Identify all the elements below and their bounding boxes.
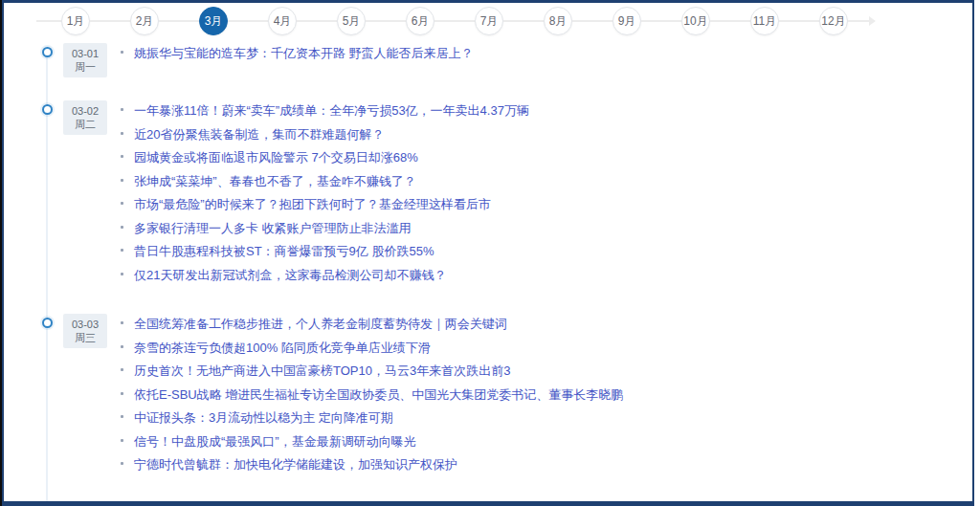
news-headline-link[interactable]: 多家银行清理一人多卡 收紧账户管理防止非法滥用 xyxy=(134,221,412,235)
month-tab-4[interactable]: 4月 xyxy=(268,7,297,35)
news-headline-link[interactable]: 一年暴涨11倍！蔚来“卖车”成绩单：全年净亏损53亿，一年卖出4.37万辆 xyxy=(134,103,529,118)
bullet-icon xyxy=(121,415,123,418)
month-connector xyxy=(572,20,612,22)
month-tab-5[interactable]: 5月 xyxy=(337,7,366,35)
bullet-icon xyxy=(121,439,123,442)
news-headline-link[interactable]: 近20省份聚焦装备制造，集而不群难题何解？ xyxy=(134,127,384,142)
news-item: 宁德时代曾毓群：加快电化学储能建设，加强知识产权保护 xyxy=(119,457,623,472)
bullet-icon xyxy=(121,132,123,135)
date-group: 03-01周一姚振华与宝能的造车梦：千亿资本开路 野蛮人能否后来居上？ xyxy=(63,43,972,77)
timeline-dot-icon xyxy=(42,104,53,115)
news-headline-link[interactable]: 全国统筹准备工作稳步推进，个人养老金制度蓄势待发｜两会关键词 xyxy=(134,317,507,331)
bullet-icon xyxy=(121,226,123,229)
month-tab-8[interactable]: 8月 xyxy=(544,7,572,35)
weekday-label: 周一 xyxy=(63,60,107,74)
month-tab-6[interactable]: 6月 xyxy=(406,7,434,35)
news-headline-link[interactable]: 园城黄金或将面临退市风险警示 7个交易日却涨68% xyxy=(134,150,418,165)
news-list: 姚振华与宝能的造车梦：千亿资本开路 野蛮人能否后来居上？ xyxy=(119,43,474,70)
month-connector xyxy=(710,20,750,22)
bullet-icon xyxy=(121,155,123,158)
news-list: 一年暴涨11倍！蔚来“卖车”成绩单：全年净亏损53亿，一年卖出4.37万辆近20… xyxy=(119,100,529,291)
month-stepper: 1月2月3月4月5月6月7月8月9月10月11月12月 xyxy=(4,3,972,39)
bullet-icon xyxy=(121,368,123,371)
bullet-icon xyxy=(121,51,123,54)
date-label: 03-01 xyxy=(63,47,107,60)
timeline-dot-icon xyxy=(42,318,53,328)
news-headline-link[interactable]: 昔日牛股惠程科技被ST：商誉爆雷预亏9亿 股价跌55% xyxy=(134,244,434,258)
news-headline-link[interactable]: 张坤成“菜菜坤”、春春也不香了，基金咋不赚钱了？ xyxy=(134,174,416,188)
bullet-icon xyxy=(121,321,123,324)
bullet-icon xyxy=(121,392,123,395)
month-tab-12[interactable]: 12月 xyxy=(819,7,848,35)
news-headline-link[interactable]: 中证报头条：3月流动性以稳为主 定向降准可期 xyxy=(134,410,393,425)
news-item: 园城黄金或将面临退市风险警示 7个交易日却涨68% xyxy=(119,150,529,165)
month-connector xyxy=(90,20,130,22)
news-headline-link[interactable]: 奈雪的茶连亏负债超100% 陷同质化竞争单店业绩下滑 xyxy=(134,341,431,355)
news-headline-link[interactable]: 历史首次！无地产商进入中国富豪榜TOP10，马云3年来首次跌出前3 xyxy=(134,363,510,378)
month-connector xyxy=(641,20,681,22)
month-tab-7[interactable]: 7月 xyxy=(475,7,503,35)
news-headline-link[interactable]: 仅21天研发出新冠试剂盒，这家毒品检测公司却不赚钱？ xyxy=(134,268,446,282)
date-group: 03-02周二一年暴涨11倍！蔚来“卖车”成绩单：全年净亏损53亿，一年卖出4.… xyxy=(63,100,972,291)
news-timeline-panel: 1月2月3月4月5月6月7月8月9月10月11月12月 03-01周一姚振华与宝… xyxy=(2,0,974,506)
date-label: 03-03 xyxy=(63,318,107,331)
date-badge: 03-01周一 xyxy=(63,43,107,77)
news-item: 昔日牛股惠程科技被ST：商誉爆雷预亏9亿 股价跌55% xyxy=(119,244,529,258)
bullet-icon xyxy=(121,202,123,205)
month-connector xyxy=(36,20,61,22)
month-connector xyxy=(297,20,337,22)
month-connector xyxy=(434,20,475,22)
month-connector xyxy=(159,20,199,22)
bullet-icon xyxy=(121,345,123,348)
news-item: 近20省份聚焦装备制造，集而不群难题何解？ xyxy=(119,127,529,142)
news-item: 全国统筹准备工作稳步推进，个人养老金制度蓄势待发｜两会关键词 xyxy=(119,317,623,331)
month-tab-1[interactable]: 1月 xyxy=(61,7,90,35)
news-item: 市场“最危险”的时候来了？抱团下跌何时了？基金经理这样看后市 xyxy=(119,197,529,211)
bullet-icon xyxy=(121,273,123,275)
timeline-dot-icon xyxy=(42,47,53,57)
news-item: 中证报头条：3月流动性以稳为主 定向降准可期 xyxy=(119,410,623,425)
bullet-icon xyxy=(121,108,123,111)
news-item: 一年暴涨11倍！蔚来“卖车”成绩单：全年净亏损53亿，一年卖出4.37万辆 xyxy=(119,103,529,118)
bullet-icon xyxy=(121,179,123,182)
news-item: 多家银行清理一人多卡 收紧账户管理防止非法滥用 xyxy=(119,221,529,235)
news-item: 信号！中盘股成“最强风口”，基金最新调研动向曝光 xyxy=(119,434,623,449)
month-tab-10[interactable]: 10月 xyxy=(681,7,710,35)
news-headline-link[interactable]: 宁德时代曾毓群：加快电化学储能建设，加强知识产权保护 xyxy=(134,457,457,472)
news-item: 仅21天研发出新冠试剂盒，这家毒品检测公司却不赚钱？ xyxy=(119,268,529,282)
month-tab-3[interactable]: 3月 xyxy=(199,7,228,35)
weekday-label: 周二 xyxy=(63,118,107,131)
arrow-right-icon xyxy=(848,20,869,22)
news-headline-link[interactable]: 依托E-SBU战略 增进民生福祉专访全国政协委员、中国光大集团党委书记、董事长李… xyxy=(134,387,623,402)
news-headline-link[interactable]: 信号！中盘股成“最强风口”，基金最新调研动向曝光 xyxy=(134,434,416,449)
month-connector xyxy=(779,20,819,22)
news-headline-link[interactable]: 姚振华与宝能的造车梦：千亿资本开路 野蛮人能否后来居上？ xyxy=(134,46,474,60)
date-badge: 03-03周三 xyxy=(63,314,107,348)
news-item: 依托E-SBU战略 增进民生福祉专访全国政协委员、中国光大集团党委书记、董事长李… xyxy=(119,387,623,402)
date-label: 03-02 xyxy=(63,104,107,118)
month-connector xyxy=(503,20,544,22)
timeline: 03-01周一姚振华与宝能的造车梦：千亿资本开路 野蛮人能否后来居上？03-02… xyxy=(4,39,972,506)
month-tab-9[interactable]: 9月 xyxy=(612,7,641,35)
bullet-icon xyxy=(121,462,123,465)
month-connector xyxy=(228,20,268,22)
month-connector xyxy=(366,20,406,22)
date-badge: 03-02周二 xyxy=(63,100,107,135)
date-group: 03-03周三全国统筹准备工作稳步推进，个人养老金制度蓄势待发｜两会关键词奈雪的… xyxy=(63,314,972,481)
news-item: 张坤成“菜菜坤”、春春也不香了，基金咋不赚钱了？ xyxy=(119,174,529,188)
news-item: 奈雪的茶连亏负债超100% 陷同质化竞争单店业绩下滑 xyxy=(119,341,623,355)
news-item: 历史首次！无地产商进入中国富豪榜TOP10，马云3年来首次跌出前3 xyxy=(119,363,623,378)
bullet-icon xyxy=(121,249,123,252)
news-item: 姚振华与宝能的造车梦：千亿资本开路 野蛮人能否后来居上？ xyxy=(119,46,474,60)
news-headline-link[interactable]: 市场“最危险”的时候来了？抱团下跌何时了？基金经理这样看后市 xyxy=(134,197,491,211)
month-tab-11[interactable]: 11月 xyxy=(750,7,779,35)
news-list: 全国统筹准备工作稳步推进，个人养老金制度蓄势待发｜两会关键词奈雪的茶连亏负债超1… xyxy=(119,314,623,481)
weekday-label: 周三 xyxy=(63,331,107,344)
month-tab-2[interactable]: 2月 xyxy=(130,7,159,35)
